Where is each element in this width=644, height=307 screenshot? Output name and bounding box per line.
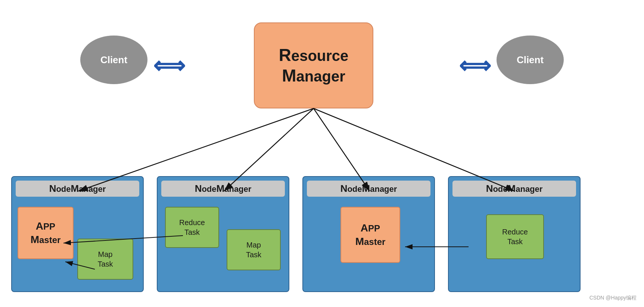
reduce-task-1-label: ReduceTask bbox=[179, 218, 205, 237]
watermark: CSDN @Happy编程 bbox=[589, 295, 637, 301]
node-manager-3: NodeManager APPMaster bbox=[302, 176, 435, 292]
app-master-2-label: APPMaster bbox=[355, 221, 386, 249]
node-manager-2: NodeManager ReduceTask MapTask bbox=[157, 176, 289, 292]
reduce-task-2: ReduceTask bbox=[486, 214, 544, 259]
node-manager-4: NodeManager ReduceTask bbox=[448, 176, 581, 292]
arrow-left: ⟺ bbox=[153, 52, 185, 79]
reduce-task-1: ReduceTask bbox=[165, 207, 219, 248]
nm-3-label: NodeManager bbox=[307, 181, 430, 197]
client-left: Client bbox=[80, 36, 147, 84]
nm-4-label: NodeManager bbox=[452, 181, 576, 197]
resource-manager-box: ResourceManager bbox=[254, 22, 373, 108]
diagram-container: ResourceManager Client Client ⟺ ⟺ NodeMa… bbox=[0, 0, 644, 307]
arrow-right: ⟺ bbox=[459, 52, 491, 79]
app-master-1: APPMaster bbox=[18, 207, 74, 259]
reduce-task-2-label: ReduceTask bbox=[502, 227, 528, 246]
map-task-2: MapTask bbox=[227, 229, 281, 270]
nm-1-label: NodeManager bbox=[16, 181, 139, 197]
client-left-label: Client bbox=[100, 54, 127, 66]
map-task-1-label: MapTask bbox=[97, 249, 113, 269]
map-task-1: MapTask bbox=[77, 239, 133, 280]
node-manager-1: NodeManager APPMaster MapTask bbox=[11, 176, 144, 292]
map-task-2-label: MapTask bbox=[246, 240, 261, 260]
client-right-label: Client bbox=[517, 54, 544, 66]
resource-manager-label: ResourceManager bbox=[279, 45, 349, 86]
app-master-1-label: APPMaster bbox=[31, 219, 61, 247]
client-right: Client bbox=[497, 36, 564, 84]
nm-2-label: NodeManager bbox=[161, 181, 285, 197]
app-master-2: APPMaster bbox=[340, 207, 400, 263]
